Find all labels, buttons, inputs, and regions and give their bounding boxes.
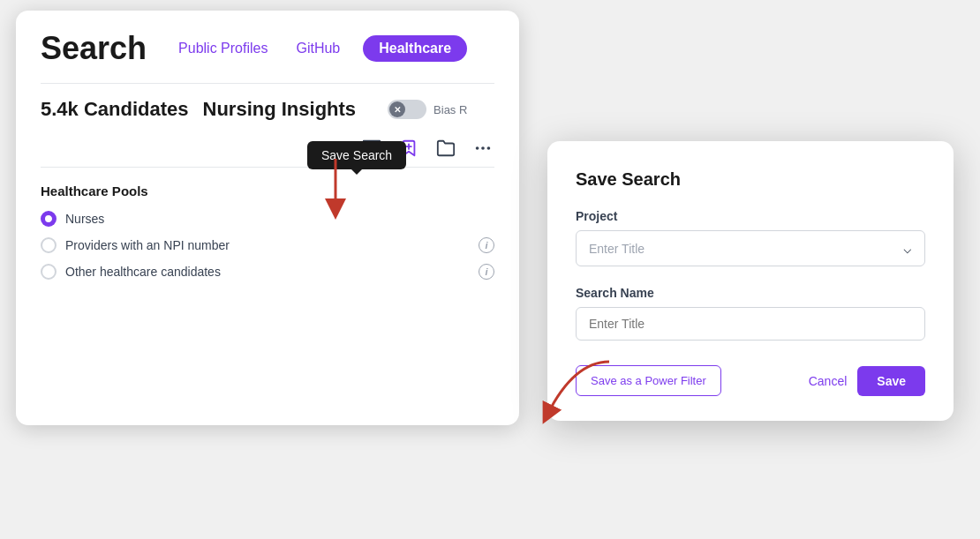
svg-point-4 [481, 146, 485, 150]
npi-info-icon[interactable]: i [479, 237, 494, 253]
bias-toggle-area: ✕ Bias R [388, 100, 467, 119]
toolbar-row [16, 130, 519, 167]
radio-npi[interactable] [41, 237, 57, 253]
filter-option-other[interactable]: Other healthcare candidates i [41, 264, 494, 280]
radio-nurses-label: Nurses [65, 212, 494, 226]
power-filter-button[interactable]: Save as a Power Filter [576, 365, 721, 396]
dialog-title: Save Search [576, 169, 925, 190]
section-title: Healthcare Pools [41, 183, 494, 198]
project-label: Project [576, 209, 925, 223]
project-select[interactable]: Enter Title ⌵ [576, 230, 925, 266]
save-dialog: Save Search Project Enter Title ⌵ Search… [547, 141, 954, 421]
radio-other-label: Other healthcare candidates [65, 265, 470, 279]
other-info-icon[interactable]: i [479, 264, 494, 280]
nav-public-profiles[interactable]: Public Profiles [173, 37, 273, 60]
search-panel: Search Public Profiles GitHub Healthcare… [16, 11, 519, 425]
save-search-tooltip: Save Search [307, 141, 406, 169]
save-button[interactable]: Save [857, 366, 925, 396]
more-options-icon[interactable] [471, 137, 494, 160]
folder-icon[interactable] [434, 137, 457, 160]
radio-nurses[interactable] [41, 211, 57, 227]
nav-healthcare[interactable]: Healthcare [363, 35, 467, 62]
project-placeholder: Enter Title [589, 242, 645, 256]
dialog-footer: Save as a Power Filter Cancel Save [576, 365, 925, 396]
page-title: Search [41, 30, 147, 67]
filter-content: Healthcare Pools Nurses Providers with a… [16, 168, 519, 308]
search-name-label: Search Name [576, 286, 925, 300]
bias-label: Bias R [433, 103, 467, 116]
bias-toggle[interactable]: ✕ [388, 100, 426, 119]
svg-point-5 [487, 146, 491, 150]
candidates-count: 5.4k Candidates [41, 98, 189, 121]
filter-option-npi[interactable]: Providers with an NPI number i [41, 237, 494, 253]
radio-other[interactable] [41, 264, 57, 280]
stats-row: 5.4k Candidates Nursing Insights ✕ Bias … [16, 84, 519, 130]
svg-point-3 [476, 146, 479, 150]
chevron-down-icon: ⌵ [903, 240, 912, 257]
panel-header: Search Public Profiles GitHub Healthcare [16, 11, 519, 83]
toggle-x-icon: ✕ [389, 101, 405, 117]
radio-npi-label: Providers with an NPI number [65, 238, 470, 252]
search-name-input[interactable] [576, 307, 925, 341]
cancel-button[interactable]: Cancel [809, 374, 848, 388]
nav-github[interactable]: GitHub [290, 37, 345, 60]
nursing-insights: Nursing Insights [203, 98, 357, 121]
filter-option-nurses[interactable]: Nurses [41, 211, 494, 227]
